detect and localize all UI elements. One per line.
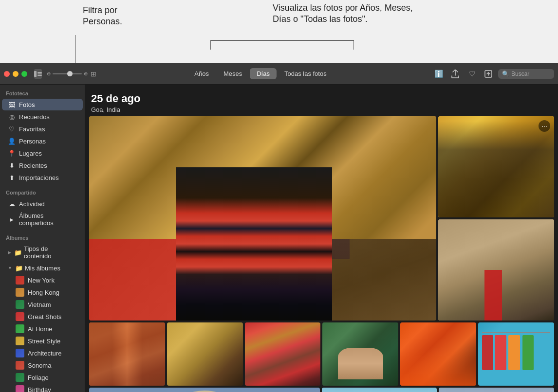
sidebar-label-importaciones: Importaciones <box>19 174 59 181</box>
sidebar-item-recuerdos[interactable]: ◎ Recuerdos <box>2 111 83 123</box>
toolbar: ⊖ ⊕ ⊞ Años Meses Días Todas las fotos ℹ️… <box>0 63 558 85</box>
streetstyle-thumb <box>16 337 24 345</box>
zoom-track <box>53 73 82 74</box>
sidebar-item-actividad[interactable]: ☁ Actividad <box>2 198 83 210</box>
photo-desert[interactable] <box>322 388 437 392</box>
sidebar-label-vietnam: Vietnam <box>28 301 51 308</box>
sidebar-item-sonoma[interactable]: Sonoma <box>2 359 83 371</box>
zoom-slider[interactable]: ⊖ ⊕ <box>47 71 88 76</box>
photo-grid-area: 25 de ago Goa, India <box>85 85 558 392</box>
photo-saree-orange[interactable] <box>89 322 165 386</box>
sidebar-item-birthday[interactable]: Birthday <box>2 384 83 392</box>
recent-icon: ⬇ <box>8 161 16 169</box>
sidebar-group-tipos[interactable]: ▶ 📁 Tipos de contenido <box>2 243 83 262</box>
photo-row-right: ··· <box>438 116 554 321</box>
sidebar-toggle[interactable] <box>34 69 42 79</box>
sidebar-item-lugares[interactable]: 📍 Lugares <box>2 147 83 159</box>
date-label: 25 de ago <box>89 89 554 105</box>
export-button[interactable] <box>482 67 495 81</box>
sidebar-item-importaciones[interactable]: ⬆ Importaciones <box>2 172 83 183</box>
sidebar-label-sonoma: Sonoma <box>28 362 51 369</box>
albums-section-header: Álbumes <box>0 229 85 243</box>
photo-henna-hand[interactable] <box>322 322 398 386</box>
photo-woman-walking[interactable] <box>438 219 554 321</box>
architecture-thumb <box>16 349 24 357</box>
sidebar-item-favoritas[interactable]: ♡ Favoritas <box>2 123 83 135</box>
sonoma-thumb <box>16 361 24 370</box>
svg-rect-0 <box>34 71 37 77</box>
photo-clothes-line[interactable] <box>478 322 554 386</box>
newyork-thumb <box>16 276 24 285</box>
maximize-button[interactable] <box>21 71 27 77</box>
photo-dance[interactable] <box>167 322 243 386</box>
sidebar-item-fotos[interactable]: 🖼 Fotos <box>2 99 83 110</box>
sidebar-label-architecture: Architecture <box>28 350 61 357</box>
import-icon: ⬆ <box>8 174 16 181</box>
sidebar-item-recientes[interactable]: ⬇ Recientes <box>2 160 83 171</box>
sidebar-label-recientes: Recientes <box>19 162 47 169</box>
sidebar-label-lugares: Lugares <box>19 150 42 157</box>
annotation-area: Filtra porPersonas. Visualiza las fotos … <box>0 0 558 63</box>
location-label: Goa, India <box>89 106 554 116</box>
sidebar-group-mis-albumes[interactable]: ▼ 📁 Mis álbumes <box>2 262 83 274</box>
sidebar-item-personas[interactable]: 👤 Personas <box>2 135 83 147</box>
search-input[interactable] <box>511 71 550 77</box>
sidebar-item-newyork[interactable]: New York <box>2 274 83 286</box>
zoom-thumb <box>67 71 73 76</box>
traffic-lights <box>4 71 27 77</box>
sidebar-label-tipos: Tipos de contenido <box>24 245 77 260</box>
zoom-in-icon: ⊕ <box>84 71 88 76</box>
content-area: Fototeca 🖼 Fotos ◎ Recuerdos ♡ Favoritas… <box>0 85 558 392</box>
photo-saree-colorful[interactable] <box>245 322 321 386</box>
sidebar-item-hongkong[interactable]: Hong Kong <box>2 286 83 298</box>
tab-dias[interactable]: Días <box>250 68 277 79</box>
sidebar-item-foliage[interactable]: Foliage <box>2 372 83 383</box>
photo-row-bottom <box>89 388 554 392</box>
annotation-left: Filtra porPersonas. <box>83 5 122 28</box>
tipos-folder-icon: 📁 <box>14 249 22 256</box>
athome-thumb <box>16 324 24 333</box>
share-button[interactable] <box>448 67 462 81</box>
minimize-button[interactable] <box>13 71 19 77</box>
photo-orange-powder[interactable] <box>400 322 476 386</box>
photos-icon: 🖼 <box>8 101 16 108</box>
close-button[interactable] <box>4 71 10 77</box>
photo-mosque[interactable] <box>89 388 320 392</box>
tab-meses[interactable]: Meses <box>217 68 249 79</box>
favorites-icon: ♡ <box>8 125 16 133</box>
sidebar-item-architecture[interactable]: Architecture <box>2 347 83 359</box>
photo-arch-building[interactable] <box>439 388 554 392</box>
sidebar-item-albumes-compartidos[interactable]: ▶ Álbumes compartidos <box>2 210 83 229</box>
sidebar-label-albumes-compartidos: Álbumes compartidos <box>19 212 77 227</box>
zoom-out-icon: ⊖ <box>47 71 51 76</box>
more-button[interactable]: ··· <box>539 120 550 132</box>
sidebar-item-greatshots[interactable]: Great Shots <box>2 311 83 322</box>
sidebar-label-mis-albumes: Mis álbumes <box>25 265 60 272</box>
svg-rect-1 <box>37 72 42 73</box>
sidebar-item-streetstyle[interactable]: Street Style <box>2 335 83 347</box>
tab-anos[interactable]: Años <box>187 68 216 79</box>
sidebar-label-favoritas: Favoritas <box>19 125 45 133</box>
annotation-bracket <box>210 40 354 41</box>
tipos-chevron-icon: ▶ <box>8 250 11 255</box>
sidebar-item-athome[interactable]: At Home <box>2 323 83 335</box>
annotation-line-left <box>75 35 76 63</box>
toolbar-right: ℹ️ ♡ 🔍 <box>432 67 554 81</box>
toolbar-tabs: Años Meses Días Todas las fotos <box>89 68 432 79</box>
sidebar-label-greatshots: Great Shots <box>28 313 61 321</box>
mis-albumes-folder-icon: 📁 <box>15 264 23 272</box>
search-box: 🔍 <box>498 69 554 79</box>
favorite-button[interactable]: ♡ <box>465 67 479 81</box>
sidebar-label-birthday: Birthday <box>28 386 51 392</box>
photo-man-yellow[interactable]: ··· <box>438 116 554 217</box>
shared-section-header: Compartido <box>0 184 85 197</box>
sidebar-label-personas: Personas <box>19 138 46 145</box>
info-button[interactable]: ℹ️ <box>432 67 446 81</box>
tab-todas[interactable]: Todas las fotos <box>278 68 334 79</box>
search-icon: 🔍 <box>502 71 509 77</box>
date-group-goa: 25 de ago Goa, India <box>89 89 554 392</box>
photo-main-woman[interactable] <box>89 116 436 321</box>
library-section-header: Fototeca <box>0 85 85 98</box>
sidebar-item-vietnam[interactable]: Vietnam <box>2 299 83 310</box>
sidebar-label-newyork: New York <box>28 277 55 284</box>
